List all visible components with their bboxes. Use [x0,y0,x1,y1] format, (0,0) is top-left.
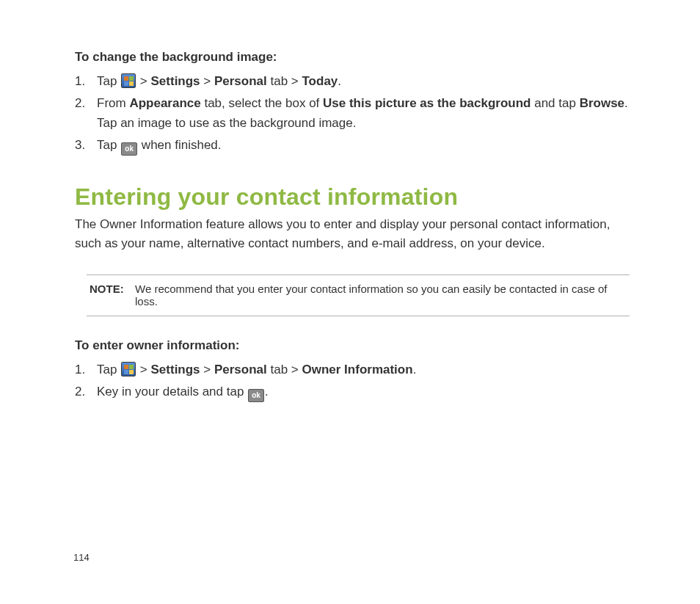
page-number: 114 [73,552,90,563]
button-browse: Browse [580,96,624,110]
tab-appearance: Appearance [129,96,200,110]
nav-settings: Settings [151,363,200,376]
step-item: 1.Tap > Settings > Personal tab > Today. [75,72,634,91]
text: Key in your details and tap [97,385,247,399]
text: tab > [267,74,302,88]
step-item: 1.Tap > Settings > Personal tab > Owner … [75,360,634,379]
nav-today: Today [302,74,338,88]
intro-text: The Owner Information feature allows you… [75,215,634,252]
text: > [136,363,150,376]
text: > [136,74,150,88]
step-number: 2. [75,94,97,113]
text: . [413,363,417,376]
text: > [200,74,214,88]
step-number: 1. [75,360,97,379]
text: Tap [97,74,120,88]
text: > [200,363,214,376]
text: and tap [531,96,579,110]
note-text: We recommend that you enter your contact… [135,283,627,308]
step-number: 2. [75,382,97,401]
option-use-picture: Use this picture as the background [323,96,531,110]
heading-owner-info: To enter owner information: [75,338,634,353]
step-item: 2.From Appearance tab, select the box of… [75,94,634,133]
nav-owner-information: Owner Information [302,363,413,376]
note-label: NOTE: [90,283,135,295]
ok-icon: ok [121,142,137,156]
text: From [97,96,129,110]
section-title-contact-info: Entering your contact information [75,183,634,211]
section-owner-info: To enter owner information: 1.Tap > Sett… [75,338,634,402]
nav-personal: Personal [214,74,267,88]
steps-list-1: 1.Tap > Settings > Personal tab > Today.… [75,72,634,156]
heading-change-background: To change the background image: [75,50,634,65]
text: . [338,74,341,88]
nav-settings: Settings [151,74,200,88]
note-block: NOTE: We recommend that you enter your c… [87,274,630,316]
windows-start-icon [121,73,136,88]
nav-personal: Personal [214,363,267,376]
step-number: 3. [75,136,97,155]
ok-icon: ok [248,389,264,402]
windows-start-icon [121,362,136,376]
step-number: 1. [75,72,97,91]
text: when finished. [138,138,221,152]
step-item: 2.Key in your details and tap ok. [75,382,634,402]
text: tab, select the box of [201,96,323,110]
steps-list-2: 1.Tap > Settings > Personal tab > Owner … [75,360,634,402]
section-change-background: To change the background image: 1.Tap > … [75,50,634,156]
text: Tap [97,363,120,376]
text: Tap [97,138,120,152]
text: . [265,385,269,399]
text: tab > [267,363,302,376]
step-item: 3.Tap ok when finished. [75,136,634,156]
